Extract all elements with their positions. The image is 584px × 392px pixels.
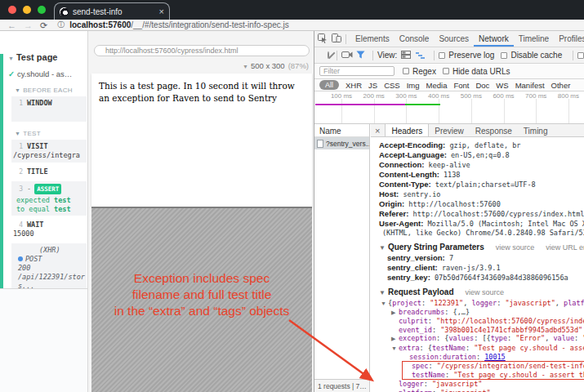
xhr-method-dot-icon xyxy=(18,256,23,261)
tree-arrow-icon[interactable]: ▼ xyxy=(381,300,388,308)
command-assert[interactable]: 3-ASSERT expected test to equal test xyxy=(11,181,87,216)
devtools-tab-network[interactable]: Network xyxy=(474,31,514,47)
payload-line[interactable]: ▼{project: "122391", logger: "javascript… xyxy=(381,299,584,308)
payload-token: value xyxy=(553,334,574,342)
use-large-rows-icon[interactable] xyxy=(401,51,411,60)
resource-filter-all[interactable]: All xyxy=(319,80,339,90)
resource-filter-img[interactable]: Img xyxy=(407,81,420,90)
close-window-button[interactable] xyxy=(8,6,16,14)
filter-funnel-icon[interactable] xyxy=(356,51,365,60)
viewport-size-control[interactable]: ▼500 x 300(87%) xyxy=(243,61,309,70)
devtools-tab-timeline[interactable]: Timeline xyxy=(514,31,554,47)
view-url-encoded-link[interactable]: view URL encoded xyxy=(546,243,584,252)
resource-filter-css[interactable]: CSS xyxy=(384,81,400,90)
command-wait[interactable]: 4WAIT 15000 xyxy=(11,218,87,241)
resource-filter-ws[interactable]: WS xyxy=(496,81,508,90)
aut-url-bar[interactable]: http://localhost:57600/cypress/index.htm… xyxy=(94,45,310,56)
payload-line[interactable]: logger: "javascript" xyxy=(381,380,584,388)
resource-filter-other[interactable]: Other xyxy=(551,81,571,90)
checkbox-regex[interactable]: Regex xyxy=(403,67,436,76)
checkbox-disable-cache[interactable]: Disable cache xyxy=(501,51,562,60)
payload-token: "398b001c4e1741cfabbf9945adbd553d" xyxy=(440,326,582,334)
camera-icon[interactable] xyxy=(341,51,353,60)
address-url[interactable]: localhost:57600/__/#/tests/integration/s… xyxy=(69,20,288,29)
payload-line[interactable]: event_id: "398b001c4e1741cfabbf9945adbd5… xyxy=(381,326,584,334)
close-icon[interactable]: × xyxy=(371,124,385,136)
tree-arrow-icon[interactable]: ▶ xyxy=(391,309,399,317)
collapse-icon[interactable]: ▼ xyxy=(8,56,14,61)
devtools-tab-elements[interactable]: Elements xyxy=(350,31,395,47)
resource-filter-xhr[interactable]: XHR xyxy=(345,81,362,90)
checkbox-hide-data-urls[interactable]: Hide data URLs xyxy=(443,67,510,76)
back-icon[interactable]: ← xyxy=(7,21,16,29)
command-visit[interactable]: 1VISIT /cypress/integra xyxy=(11,140,87,163)
browser-tab[interactable]: send-test-info × xyxy=(54,2,170,20)
maximize-window-button[interactable] xyxy=(38,6,46,14)
header-value: sentry.io xyxy=(399,190,440,198)
before-each-section[interactable]: ▼BEFORE EACH xyxy=(5,87,87,94)
devtools-tab-sources[interactable]: Sources xyxy=(434,31,474,47)
detail-tab-timing[interactable]: Timing xyxy=(518,124,554,136)
request-payload-section-header[interactable]: ▼Request Payloadview source xyxy=(379,287,584,298)
query-string-section-header[interactable]: ▼Query String Parametersview sourceview … xyxy=(379,242,584,253)
filter-input[interactable]: Filter xyxy=(319,66,395,76)
command-log-footer xyxy=(0,288,87,392)
minimize-window-button[interactable] xyxy=(23,6,31,14)
tree-arrow-icon[interactable]: ▶ xyxy=(391,335,399,343)
resource-filter-doc[interactable]: Doc xyxy=(475,81,489,90)
payload-line[interactable]: culprit: "http://localhost:57600/cypress… xyxy=(381,317,584,325)
tree-arrow-icon[interactable]: ▼ xyxy=(391,345,399,353)
request-row[interactable]: ?sentry_vers… xyxy=(314,137,369,149)
header-value-wrap: (KHTML, like Gecko) Chrome/54.0.2840.98 … xyxy=(379,229,584,238)
payload-line[interactable]: spec: "/cypress/integration/send-test-in… xyxy=(404,362,584,370)
resource-filter-manifest[interactable]: Manifest xyxy=(515,81,545,90)
command-window[interactable]: 1WINDOW xyxy=(11,96,87,122)
network-overview-timeline[interactable]: 100 ms200 ms300 ms400 ms500 ms600 ms700 … xyxy=(314,91,584,124)
command-xhr[interactable]: (XHR) POST 200 /api/122391/stor s... xyxy=(11,243,87,293)
detail-tab-preview[interactable]: Preview xyxy=(429,124,470,136)
tab-close-icon[interactable]: × xyxy=(159,7,164,16)
test-section[interactable]: ▼TEST xyxy=(5,130,87,137)
checkbox-offline[interactable]: Offline xyxy=(577,51,584,60)
payload-line[interactable]: session:duration: 10015 xyxy=(381,353,584,361)
header-value: Mozilla/5.0 (Macintosh; Intel Mac OS X 1… xyxy=(423,220,584,228)
test-row[interactable]: ✓cy.should - as… xyxy=(5,69,87,78)
header-name: Referer: xyxy=(379,209,408,218)
detail-tab-response[interactable]: Response xyxy=(470,124,518,136)
spec-title[interactable]: ▼Test page xyxy=(5,52,87,62)
forward-icon[interactable]: → xyxy=(24,21,33,29)
payload-line[interactable]: testName: "Test page cy.should - assert … xyxy=(404,371,584,379)
resource-filter-js[interactable]: JS xyxy=(368,81,377,90)
resource-filter-media[interactable]: Media xyxy=(426,81,448,90)
timeline-gridline xyxy=(341,99,342,123)
payload-line[interactable]: ▶breadcrumbs: {,…} xyxy=(381,308,584,317)
inspect-element-icon[interactable] xyxy=(318,33,328,45)
page-info-icon[interactable]: ⓘ xyxy=(57,20,65,30)
payload-token: 10015 xyxy=(484,353,506,361)
checkbox-icon xyxy=(501,52,507,59)
param-name: sentry_version: xyxy=(387,253,445,262)
view-source-link[interactable]: view source xyxy=(496,243,535,252)
devtools-tab-profiles[interactable]: Profiles xyxy=(554,31,584,47)
name-column-header[interactable]: Name xyxy=(314,124,369,137)
query-param-row: sentry_client: raven-js/3.9.1 xyxy=(387,263,584,273)
device-toolbar-icon[interactable] xyxy=(332,33,341,44)
network-controls-bar: View: Preserve logDisable cacheOffline N… xyxy=(314,47,584,64)
devtools-tab-console[interactable]: Console xyxy=(395,31,435,47)
reload-icon[interactable]: ⟳ xyxy=(40,21,47,29)
payload-token: "javascript" xyxy=(505,299,555,307)
payload-line[interactable]: ▶exception: {values: [{type: "Error", va… xyxy=(381,334,584,343)
timeline-gridline xyxy=(504,99,505,123)
resource-filter-font[interactable]: Font xyxy=(453,81,469,90)
payload-line[interactable]: ▼extra: {testName: "Test page cy.should … xyxy=(381,344,584,353)
show-overview-icon[interactable] xyxy=(415,51,425,60)
view-label: View: xyxy=(377,51,397,60)
detail-tab-headers[interactable]: Headers xyxy=(385,124,429,136)
view-source-link[interactable]: view source xyxy=(466,288,505,296)
clear-icon[interactable] xyxy=(328,51,329,59)
browser-url-bar: ← → ⟳ ⓘ localhost:57600/__/#/tests/integ… xyxy=(0,20,584,31)
command-title[interactable]: 2TITLE xyxy=(11,165,87,179)
payload-token: : {,…} xyxy=(444,308,470,316)
payload-line[interactable]: platform: "javascript" xyxy=(381,389,584,392)
checkbox-preserve-log[interactable]: Preserve log xyxy=(439,51,494,60)
